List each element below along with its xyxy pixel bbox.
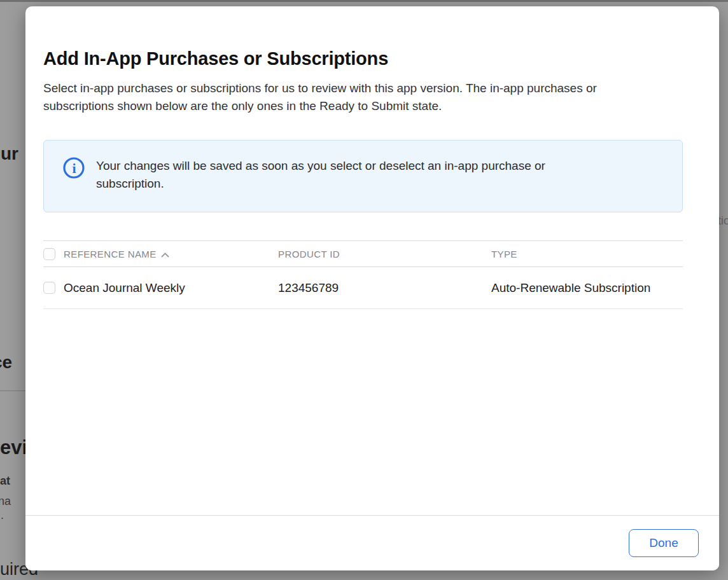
- cell-type: Auto-Renewable Subscription: [491, 281, 683, 295]
- backdrop-text-fragment: evi: [0, 436, 27, 459]
- chevron-up-icon: [161, 249, 169, 259]
- autosave-notice-text: Your changes will be saved as soon as yo…: [96, 157, 605, 193]
- backdrop-top-line: [0, 0, 728, 2]
- backdrop-text-fragment: ce: [0, 352, 12, 373]
- backdrop-text-fragment: na: [0, 495, 11, 508]
- row-select-checkbox[interactable]: [43, 282, 55, 294]
- cell-product-id: 123456789: [278, 281, 491, 295]
- dialog-description: Select in-app purchases or subscriptions…: [43, 79, 670, 114]
- add-iap-dialog: Add In-App Purchases or Subscriptions Se…: [25, 6, 719, 570]
- done-button[interactable]: Done: [629, 529, 699, 557]
- cell-reference-name: Ocean Journal Weekly: [64, 281, 278, 295]
- iap-table-row: Ocean Journal Weekly 123456789 Auto-Rene…: [43, 267, 683, 309]
- dialog-title: Add In-App Purchases or Subscriptions: [43, 47, 683, 70]
- column-header-type[interactable]: TYPE: [491, 249, 683, 259]
- column-header-label: PRODUCT ID: [278, 249, 340, 259]
- backdrop-text-fragment: .: [1, 509, 4, 522]
- column-header-product-id[interactable]: PRODUCT ID: [278, 249, 491, 259]
- dialog-footer: Done: [25, 515, 719, 570]
- backdrop-text-fragment: ur: [1, 144, 18, 164]
- select-all-checkbox[interactable]: [43, 248, 55, 260]
- backdrop-text-fragment: tio: [718, 214, 728, 228]
- backdrop-text-fragment: at: [0, 474, 10, 488]
- iap-table-header-row: REFERENCE NAME PRODUCT ID TYPE: [43, 240, 683, 267]
- column-header-reference-name[interactable]: REFERENCE NAME: [64, 249, 278, 259]
- column-header-label: TYPE: [491, 249, 517, 259]
- iap-table: REFERENCE NAME PRODUCT ID TYPE: [43, 240, 683, 309]
- svg-text:i: i: [72, 160, 76, 176]
- info-circle-icon: i: [63, 157, 85, 179]
- autosave-notice-banner: i Your changes will be saved as soon as …: [43, 140, 683, 212]
- backdrop-divider-fragment: [0, 390, 25, 391]
- column-header-label: REFERENCE NAME: [64, 249, 157, 259]
